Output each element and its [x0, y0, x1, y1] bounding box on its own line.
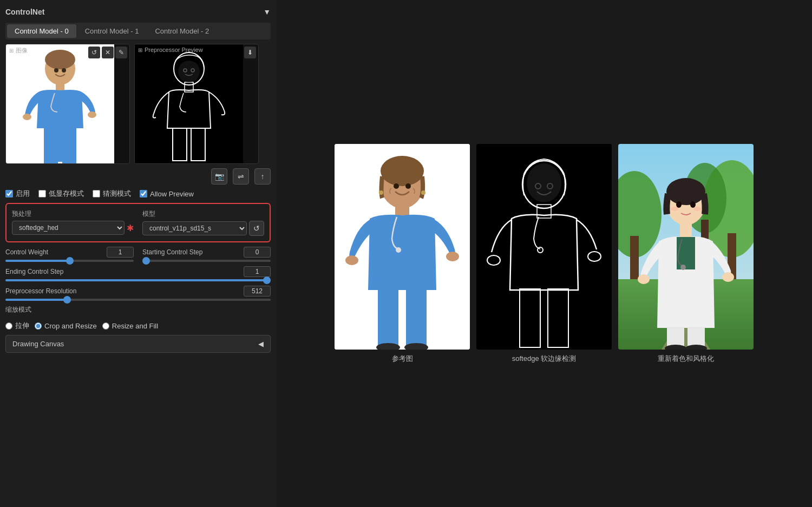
refresh-source-btn[interactable]: ↺ [88, 47, 100, 58]
starting-step-label: Starting Control Step [142, 248, 202, 256]
upload-btn[interactable]: ↑ [254, 168, 271, 185]
starting-step-slider[interactable] [142, 260, 271, 262]
model-group: 模型 control_v11p_sd15_s control_v11p_sd15… [142, 209, 264, 236]
radio-stretch[interactable]: 拉伸 [5, 321, 29, 331]
control-weight-row: Control Weight 1 [5, 247, 134, 262]
drawing-canvas-icon: ◀ [258, 340, 264, 348]
svg-point-56 [676, 201, 682, 208]
svg-point-33 [421, 190, 425, 195]
radio-crop-label: Crop and Resize [44, 322, 97, 330]
radio-fill-label: Resize and Fill [112, 322, 158, 330]
panel-title: ControlNet [5, 8, 44, 16]
right-images-container: 参考图 [335, 144, 754, 364]
svg-point-42 [527, 163, 561, 202]
source-image-display[interactable] [6, 44, 114, 163]
preprocessor-res-value: 512 [244, 286, 271, 297]
svg-point-55 [666, 178, 705, 205]
preprocessor-group: 预处理 softedge_hed softedge_pidinet canny … [12, 209, 134, 236]
guess-mode-input[interactable] [93, 190, 100, 197]
svg-point-4 [23, 114, 31, 120]
svg-point-61 [638, 274, 650, 284]
ending-step-value: 1 [244, 266, 271, 277]
svg-rect-26 [406, 289, 427, 347]
svg-point-63 [680, 265, 686, 270]
radio-crop-input[interactable] [35, 322, 42, 330]
enable-checkbox[interactable]: 启用 [5, 189, 30, 199]
tab-control-model-1[interactable]: Control Model - 1 [77, 24, 147, 38]
zoom-mode-radio-group: 拉伸 Crop and Resize Resize and Fill [5, 321, 271, 331]
radio-fill-input[interactable] [102, 322, 109, 330]
low-vram-input[interactable] [38, 190, 46, 197]
preprocessor-select[interactable]: softedge_hed softedge_pidinet canny dept… [12, 221, 125, 235]
svg-point-21 [381, 156, 424, 186]
model-refresh-btn[interactable]: ↺ [249, 221, 264, 236]
preprocessor-res-label-row: Preprocessor Resolution 512 [5, 286, 271, 297]
close-source-btn[interactable]: ✕ [102, 47, 114, 58]
tab-control-model-2[interactable]: Control Model - 2 [147, 24, 217, 38]
svg-point-32 [379, 190, 383, 195]
control-weight-slider[interactable] [5, 260, 134, 262]
control-weight-value: 1 [107, 247, 134, 258]
drawing-canvas-row[interactable]: Drawing Canvas ◀ [5, 335, 271, 353]
preview-image-display[interactable] [135, 44, 243, 163]
svg-point-31 [396, 247, 401, 253]
actions-row: 📷 ⇌ ↑ [5, 168, 271, 185]
svg-point-58 [671, 207, 678, 211]
source-image-box: ⊞ 图像 ↺ ✕ ✎ [5, 44, 130, 164]
swap-btn[interactable]: ⇌ [233, 168, 249, 185]
radio-crop[interactable]: Crop and Resize [35, 322, 97, 330]
svg-point-30 [405, 183, 411, 189]
source-label: ⊞ 图像 [9, 47, 28, 55]
preprocessor-model-row: 预处理 softedge_hed softedge_pidinet canny … [5, 203, 271, 242]
preprocessor-res-row: Preprocessor Resolution 512 [5, 286, 271, 301]
zoom-mode-label: 缩放模式 [5, 305, 271, 314]
model-label: 模型 [142, 209, 264, 219]
preview-label: ⊞ Preprocessor Preview [138, 47, 203, 53]
svg-rect-48 [630, 236, 639, 279]
model-select[interactable]: control_v11p_sd15_s control_v11p_sd15_ca… [142, 221, 247, 235]
control-weight-label-row: Control Weight 1 [5, 247, 134, 258]
edge-image-label: softedge 软边缘检测 [512, 354, 577, 364]
svg-point-29 [394, 183, 399, 189]
left-panel: ControlNet ▼ Control Model - 0 Control M… [0, 0, 276, 507]
preprocessor-res-slider[interactable] [5, 299, 271, 301]
svg-point-59 [693, 207, 701, 211]
ending-step-label-row: Ending Control Step 1 [5, 266, 271, 277]
preview-image-controls: ⬇ [244, 47, 256, 58]
enable-input[interactable] [5, 190, 13, 197]
ending-step-slider[interactable] [5, 279, 271, 281]
panel-title-row: ControlNet ▼ [5, 5, 271, 18]
allow-preview-input[interactable] [140, 190, 147, 197]
ending-step-label: Ending Control Step [5, 268, 63, 275]
tabs-container: Control Model - 0 Control Model - 1 Cont… [5, 23, 271, 39]
right-image-edge: softedge 软边缘检测 [476, 144, 612, 364]
svg-rect-60 [680, 223, 692, 237]
radio-stretch-input[interactable] [5, 322, 12, 330]
allow-preview-checkbox[interactable]: Allow Preview [140, 190, 194, 198]
edit-source-btn[interactable]: ✎ [115, 47, 127, 58]
right-panel: 参考图 [276, 0, 812, 507]
camera-btn[interactable]: 📷 [211, 168, 227, 185]
tab-control-model-0[interactable]: Control Model - 0 [7, 24, 76, 38]
edge-image-box [476, 144, 612, 350]
svg-rect-25 [378, 289, 398, 347]
svg-rect-53 [677, 237, 695, 269]
guess-mode-checkbox[interactable]: 猜测模式 [93, 189, 131, 199]
svg-point-10 [62, 68, 66, 73]
styled-image-label: 重新着色和风格化 [658, 354, 714, 364]
svg-rect-8 [62, 139, 76, 163]
control-weight-label: Control Weight [5, 248, 48, 256]
download-preview-btn[interactable]: ⬇ [244, 47, 256, 58]
right-image-styled: 重新着色和风格化 [618, 144, 754, 364]
source-image-controls: ↺ ✕ ✎ [88, 47, 127, 58]
preprocessor-select-row: softedge_hed softedge_pidinet canny dept… [12, 221, 134, 235]
radio-fill[interactable]: Resize and Fill [102, 322, 158, 330]
low-vram-checkbox[interactable]: 低显存模式 [38, 189, 84, 199]
svg-point-18 [178, 61, 200, 82]
checkboxes-row: 启用 低显存模式 猜测模式 Allow Preview [5, 189, 271, 199]
starting-step-label-row: Starting Control Step 0 [142, 247, 271, 258]
zoom-mode-section: 缩放模式 拉伸 Crop and Resize Resize and Fill [5, 305, 271, 331]
collapse-icon[interactable]: ▼ [263, 8, 271, 16]
star-icon: ✱ [127, 223, 134, 233]
styled-image-box [618, 144, 754, 350]
